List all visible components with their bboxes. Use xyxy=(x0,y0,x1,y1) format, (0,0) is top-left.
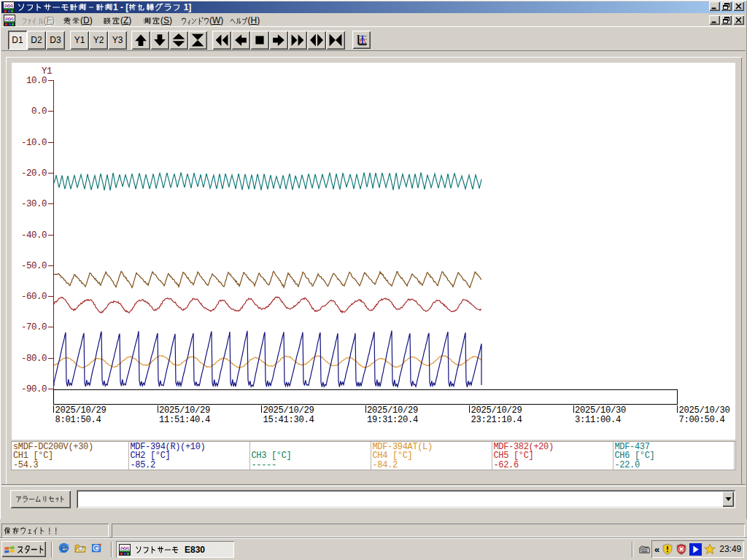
svg-text:-40.0: -40.0 xyxy=(21,230,47,241)
svg-text:2025/10/29: 2025/10/29 xyxy=(367,405,418,416)
svg-text:-90.0: -90.0 xyxy=(21,384,47,394)
svg-text:15:41:30.4: 15:41:30.4 xyxy=(263,415,314,425)
svg-text:7:00:50.4: 7:00:50.4 xyxy=(679,415,725,425)
svg-text:-10.0: -10.0 xyxy=(21,138,47,148)
svg-text:19:31:20.4: 19:31:20.4 xyxy=(367,415,418,425)
svg-text:2025/10/30: 2025/10/30 xyxy=(575,405,626,416)
svg-text:2025/10/29: 2025/10/29 xyxy=(55,405,107,416)
svg-text:3:11:00.4: 3:11:00.4 xyxy=(575,415,621,425)
svg-text:-50.0: -50.0 xyxy=(21,261,47,271)
svg-text:2025/10/29: 2025/10/29 xyxy=(263,405,314,416)
svg-text:23:21:10.4: 23:21:10.4 xyxy=(471,415,522,425)
svg-text:10.0: 10.0 xyxy=(26,76,47,86)
svg-text:2025/10/29: 2025/10/29 xyxy=(471,405,522,416)
svg-text:0.0: 0.0 xyxy=(31,106,47,117)
svg-text:-30.0: -30.0 xyxy=(21,199,47,209)
svg-text:-80.0: -80.0 xyxy=(21,354,47,364)
svg-text:8:01:50.4: 8:01:50.4 xyxy=(55,415,101,425)
svg-text:-60.0: -60.0 xyxy=(21,292,47,302)
svg-text:2025/10/30: 2025/10/30 xyxy=(679,405,730,416)
svg-text:2025/10/29: 2025/10/29 xyxy=(159,405,210,416)
svg-text:-70.0: -70.0 xyxy=(21,322,47,332)
svg-text:Y1: Y1 xyxy=(42,66,52,77)
svg-text:11:51:40.4: 11:51:40.4 xyxy=(159,415,210,425)
svg-text:-20.0: -20.0 xyxy=(21,168,47,179)
